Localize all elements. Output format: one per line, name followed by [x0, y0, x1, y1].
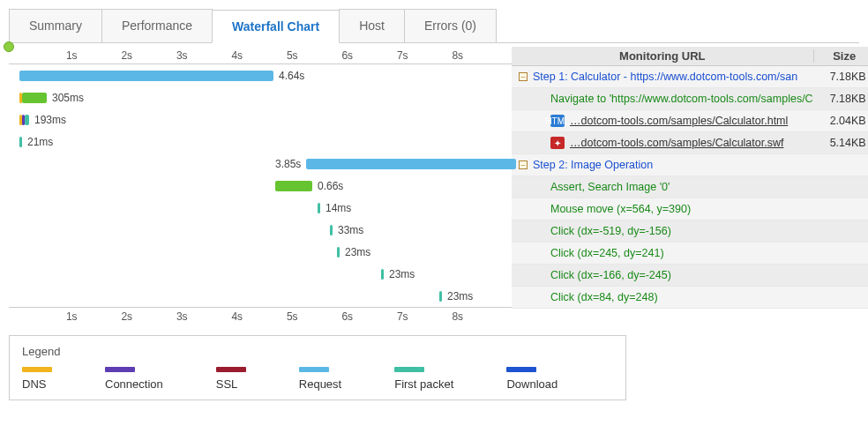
legend-swatch	[22, 367, 52, 372]
row-size: 7.18KB	[813, 71, 868, 83]
legend-item-fp: First packet	[394, 367, 453, 391]
waterfall-row: 0.66s	[9, 175, 512, 197]
axis-tick: 5s	[265, 49, 320, 62]
bar-segment-fp	[330, 225, 333, 235]
legend-item-dns: DNS	[22, 367, 52, 391]
axis-tick: 8s	[430, 310, 486, 323]
row-text: Click (dx=245, dy=241)	[550, 247, 664, 259]
bar-label: 193ms	[34, 114, 66, 126]
row-size: 2.04KB	[813, 115, 868, 127]
table-row[interactable]: –Step 2: Image Operation	[512, 154, 868, 176]
bar-label: 23ms	[389, 268, 415, 280]
table-row[interactable]: Mouse move (x=564, y=390)	[512, 198, 868, 220]
row-text[interactable]: Step 1: Calculator - https://www.dotcom-…	[533, 71, 797, 83]
waterfall-row: 21ms	[9, 131, 512, 153]
tabs: SummaryPerformanceWaterfall ChartHostErr…	[9, 9, 859, 43]
tab-errors-0-[interactable]: Errors (0)	[404, 9, 497, 42]
legend-label: SSL	[216, 377, 238, 391]
table-header: Monitoring URL Size	[512, 47, 868, 66]
axis-tick: 2s	[100, 310, 155, 323]
legend-label: DNS	[22, 377, 46, 391]
table-row[interactable]: Click (dx=245, dy=241)	[512, 243, 868, 265]
legend-item-dl: Download	[506, 367, 557, 391]
legend-swatch	[506, 367, 536, 372]
waterfall-row: 33ms	[9, 219, 512, 241]
collapse-icon[interactable]: –	[519, 72, 528, 81]
collapse-icon[interactable]: –	[519, 161, 528, 169]
tab-waterfall-chart[interactable]: Waterfall Chart	[212, 10, 340, 43]
table-row[interactable]: Click (dx=-519, dy=-156)	[512, 220, 868, 243]
axis-tick: 7s	[375, 49, 430, 62]
legend-label: Download	[506, 377, 557, 391]
row-text: Click (dx=84, dy=248)	[550, 291, 658, 303]
axis-tick: 2s	[100, 49, 155, 62]
bar-segment-fp	[318, 203, 320, 213]
legend-label: Request	[299, 377, 341, 391]
waterfall-row: 4.64s	[9, 64, 512, 86]
table-row[interactable]: Navigate to 'https://www.dotcom-tools.co…	[512, 88, 868, 110]
tab-summary[interactable]: Summary	[9, 9, 102, 42]
bar-label: 33ms	[338, 224, 363, 236]
legend-swatch	[216, 367, 246, 372]
col-url: Monitoring URL	[512, 49, 813, 63]
axis-tick: 1s	[44, 49, 100, 62]
bar-segment-green	[275, 181, 312, 191]
legend-item-conn: Connection	[105, 367, 163, 391]
legend-item-req: Request	[299, 367, 341, 391]
row-text[interactable]: …dotcom-tools.com/samples/Calculator.htm…	[570, 115, 788, 127]
bar-label: 4.64s	[279, 70, 304, 82]
bar-label: 14ms	[326, 202, 351, 214]
axis-tick: 7s	[375, 310, 430, 323]
table-row[interactable]: –Step 1: Calculator - https://www.dotcom…	[512, 66, 868, 88]
axis-tick: 8s	[430, 49, 486, 62]
legend-label: First packet	[394, 377, 453, 391]
axis-tick: 1s	[44, 310, 100, 323]
bar-label: 23ms	[447, 290, 473, 302]
legend-item-ssl: SSL	[216, 367, 246, 391]
axis-tick: 6s	[320, 310, 376, 323]
axis-tick: 3s	[154, 310, 210, 323]
row-text[interactable]: …dotcom-tools.com/samples/Calculator.swf	[570, 137, 783, 149]
url-table: Monitoring URL Size –Step 1: Calculator …	[512, 47, 868, 325]
axis-tick: 5s	[265, 310, 320, 323]
row-text[interactable]: Step 2: Image Operation	[533, 159, 653, 171]
legend-label: Connection	[105, 377, 163, 391]
legend-swatch	[299, 367, 329, 372]
row-text: Click (dx=-166, dy=-245)	[550, 269, 671, 281]
row-size: 7.18KB	[813, 93, 868, 105]
waterfall-row: 23ms	[9, 263, 512, 285]
bar-segment-fp	[19, 137, 22, 147]
bar-label: 21ms	[27, 136, 53, 148]
legend-title: Legend	[22, 345, 613, 358]
waterfall-row: 305ms	[9, 86, 512, 108]
table-row[interactable]: ✦…dotcom-tools.com/samples/Calculator.sw…	[512, 132, 868, 154]
html-file-icon: HTML	[550, 115, 565, 127]
bar-label: 3.85s	[275, 158, 301, 170]
table-row[interactable]: Click (dx=84, dy=248)	[512, 287, 868, 309]
swf-file-icon: ✦	[550, 137, 565, 149]
row-size: 5.14KB	[813, 137, 868, 149]
table-row[interactable]: Click (dx=-166, dy=-245)	[512, 265, 868, 287]
axis-tick: 4s	[210, 310, 266, 323]
bar-segment-fp	[439, 291, 442, 302]
bar-label: 0.66s	[318, 180, 343, 192]
col-size: Size	[813, 49, 868, 63]
waterfall-row: 23ms	[9, 285, 512, 307]
axis-top: 1s2s3s4s5s6s7s8s	[9, 47, 512, 64]
axis-bottom: 1s2s3s4s5s6s7s8s	[9, 307, 512, 325]
bar-segment-req	[19, 71, 273, 81]
row-text: Mouse move (x=564, y=390)	[550, 203, 691, 215]
row-text: Click (dx=-519, dy=-156)	[550, 225, 671, 237]
legend: Legend DNSConnectionSSLRequestFirst pack…	[9, 335, 626, 400]
bar-segment-fp	[25, 115, 29, 125]
waterfall-row: 14ms	[9, 197, 512, 219]
axis-tick: 6s	[320, 49, 376, 62]
bar-segment-req	[306, 159, 516, 169]
table-row[interactable]: Assert, Search Image '0'	[512, 176, 868, 198]
waterfall-row: 3.85s	[9, 153, 512, 175]
row-text: Assert, Search Image '0'	[550, 181, 670, 193]
table-row[interactable]: HTML…dotcom-tools.com/samples/Calculator…	[512, 110, 868, 132]
tab-performance[interactable]: Performance	[101, 9, 213, 42]
legend-swatch	[105, 367, 135, 372]
tab-host[interactable]: Host	[339, 9, 405, 42]
